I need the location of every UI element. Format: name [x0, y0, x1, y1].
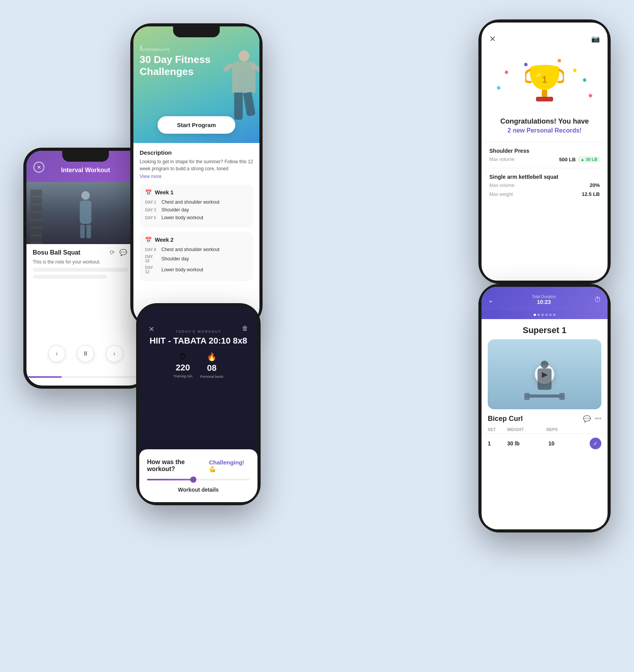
rating-slider[interactable]	[147, 479, 250, 480]
day-row-12: DAY 12 Lower body workout	[145, 265, 248, 274]
stat-bests-label: Personal bests	[200, 375, 224, 379]
record-2-row-1: Max volume 20%	[489, 182, 600, 188]
note-text: This is the note for your workout.	[33, 259, 138, 265]
set-done-check[interactable]: ✓	[590, 438, 601, 449]
description-text: Looking to get in shape for the summer? …	[140, 158, 253, 172]
duration-label: Total Duration	[532, 295, 556, 299]
slider-thumb	[190, 477, 196, 483]
confetti-5	[557, 59, 561, 62]
p1-exercise-info: Bosu Ball Squat ⟳ 💬 •••	[26, 244, 145, 259]
confetti-7	[588, 93, 592, 98]
dot-1	[534, 314, 536, 316]
history-icon[interactable]: ⟳	[110, 249, 115, 256]
congrats-title: Congratulations! You have	[482, 117, 608, 126]
p4-stats: ⏱ 220 Training min 🔥 08 Personal bests	[145, 352, 251, 385]
record-2-label-2: Max weight	[489, 192, 513, 197]
set-number: 1	[488, 440, 507, 447]
rating-question: How was the workout?	[147, 459, 209, 473]
exercise-action-icons: 💬 •••	[583, 415, 601, 422]
rating-answer: Challenging! 💪	[209, 459, 250, 473]
comment-icon[interactable]: 💬	[583, 415, 591, 422]
th-weight: WEIGHT	[507, 428, 546, 432]
p1-video	[26, 182, 145, 244]
day-label-10: DAY 10	[145, 255, 158, 263]
next-button[interactable]: ›	[106, 345, 123, 362]
p5-table-header: SET WEIGHT REPS	[482, 426, 608, 434]
record-shoulder-press: Shoulder Press Max volume 500 LB ▲ 30 LB	[482, 142, 608, 168]
prev-button[interactable]: ‹	[48, 345, 65, 362]
day-label-1: DAY 1	[145, 200, 158, 204]
confetti-6	[497, 86, 501, 90]
phone-interval-workout: ✕ Interval Workout Bosu Ball Squat	[23, 148, 148, 389]
day-name-3: Shoulder day	[161, 207, 189, 213]
more-icon[interactable]: •••	[595, 415, 601, 422]
week-2-card: 📅 Week 2 DAY 8 Chest and shoulder workou…	[140, 232, 253, 281]
day-row-1: DAY 1 Chest and shoulder workout	[145, 199, 248, 205]
day-name-5: Lower body workout	[161, 215, 203, 220]
p2-content-area: Description Looking to get in shape for …	[133, 143, 259, 292]
day-name-10: Shoulder day	[161, 256, 189, 262]
view-more-link[interactable]: View more	[140, 174, 253, 179]
phone3-screen: ✕ 📷	[482, 23, 608, 281]
phone-superset: ⌄ Total Duration 10:23 ⏱ Superset 1	[478, 284, 611, 532]
day-row-10: DAY 10 Shoulder day	[145, 255, 248, 263]
stat-personal-bests: 🔥 08 Personal bests	[200, 352, 224, 379]
svg-rect-2	[536, 97, 553, 101]
day-label-5: DAY 5	[145, 216, 158, 220]
phone1-notch	[62, 151, 109, 162]
exercise-name: Bosu Ball Squat	[33, 249, 81, 256]
p1-note-lines	[33, 268, 138, 279]
duration-value: 10:23	[532, 299, 556, 305]
p5-header: ⌄ Total Duration 10:23 ⏱	[482, 287, 608, 311]
day-row-3: DAY 3 Shoulder day	[145, 207, 248, 213]
difficulty-badge: INTERMEDIATE	[140, 48, 170, 52]
record-2-value-2: 12.5 LB	[582, 191, 600, 197]
svg-rect-1	[542, 90, 547, 97]
close-button[interactable]: ✕	[149, 325, 154, 333]
comment-icon[interactable]: 💬	[119, 249, 127, 256]
week-1-header: 📅 Week 1	[145, 189, 248, 195]
rating-row: How was the workout? Challenging! 💪	[147, 459, 250, 473]
workout-name: HIIT - TABATA 20:10 8x8	[145, 336, 251, 352]
p1-gym-rack	[30, 190, 42, 244]
timer-icon[interactable]: ⏱	[594, 296, 601, 304]
th-set: SET	[488, 428, 507, 432]
record-2-value-1: 20%	[590, 182, 600, 188]
set-weight: 30 lb	[507, 440, 548, 447]
start-program-button[interactable]: Start Program	[158, 116, 235, 134]
camera-icon[interactable]: 📷	[591, 35, 600, 43]
p1-note-area: This is the note for your workout.	[26, 259, 145, 265]
p4-rating-popup: How was the workout? Challenging! 💪 Work…	[139, 449, 257, 502]
record-2-row-2: Max weight 12.5 LB	[489, 191, 600, 197]
close-button[interactable]: ✕	[33, 162, 44, 173]
confetti-4	[583, 78, 587, 82]
p1-playback-controls: ‹ ⏸ ›	[26, 337, 145, 370]
p1-athlete-figure	[80, 191, 91, 238]
phone-hiit-tabata: ✕ 🗑 TODAY'S WORKOUT HIIT - TABATA 20:10 …	[136, 303, 261, 505]
p2-athlete-figure	[232, 51, 256, 120]
chevron-down-icon[interactable]: ⌄	[488, 296, 494, 304]
p4-header: ✕ 🗑 TODAY'S WORKOUT HIIT - TABATA 20:10 …	[139, 306, 257, 391]
day-label-8: DAY 8	[145, 248, 158, 252]
day-label-3: DAY 3	[145, 208, 158, 212]
record-2-label-1: Max volume	[489, 183, 515, 188]
dot-3	[541, 314, 544, 316]
confetti-3	[573, 68, 577, 73]
workout-details-label[interactable]: Workout details	[147, 487, 250, 493]
phone1-screen: ✕ Interval Workout Bosu Ball Squat	[26, 151, 145, 386]
stat-training-value: 220	[176, 363, 190, 373]
stat-training-label: Training min	[173, 374, 193, 378]
confetti-8	[543, 65, 547, 68]
p5-exercise-video[interactable]: ▶	[488, 339, 601, 409]
p1-title: Interval Workout	[61, 167, 110, 174]
pause-button[interactable]: ⏸	[77, 345, 94, 362]
th-reps: REPS	[546, 428, 586, 432]
trash-button[interactable]: 🗑	[242, 325, 248, 332]
set-reps: 10	[548, 440, 590, 447]
confetti-1	[504, 70, 508, 74]
close-button[interactable]: ✕	[489, 34, 496, 44]
day-name-12: Lower body workout	[161, 267, 203, 272]
record-1-label: Max volume	[489, 157, 515, 162]
calendar-icon: 📅	[145, 189, 152, 195]
phone5-screen: ⌄ Total Duration 10:23 ⏱ Superset 1	[482, 287, 608, 529]
